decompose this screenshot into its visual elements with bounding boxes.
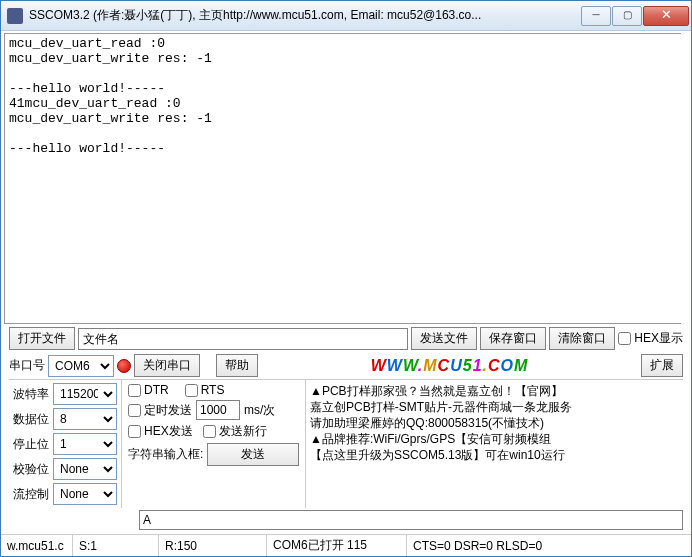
hex-show-checkbox[interactable]: HEX显示 <box>618 330 683 347</box>
info-line-1[interactable]: ▲PCB打样那家强？当然就是嘉立创！【官网】 <box>310 383 679 399</box>
input-label: 字符串输入框: <box>128 446 203 463</box>
serial-params: 波特率 115200 数据位 8 停止位 1 校验位 None 流控制 None <box>9 380 122 508</box>
port-label: 串口号 <box>9 357 45 374</box>
close-port-button[interactable]: 关闭串口 <box>134 354 200 377</box>
stopbits-label: 停止位 <box>13 436 49 453</box>
titlebar[interactable]: SSCOM3.2 (作者:聂小猛(丁丁), 主页http://www.mcu51… <box>1 1 691 31</box>
parity-select[interactable]: None <box>53 458 117 480</box>
flow-select[interactable]: None <box>53 483 117 505</box>
send-newline-checkbox[interactable]: 发送新行 <box>203 423 267 440</box>
timed-send-checkbox[interactable]: 定时发送 <box>128 402 192 419</box>
open-file-button[interactable]: 打开文件 <box>9 327 75 350</box>
dtr-checkbox[interactable]: DTR <box>128 383 169 397</box>
rts-checkbox[interactable]: RTS <box>185 383 225 397</box>
status-url: w.mcu51.c <box>1 535 73 556</box>
send-options: DTR RTS 定时发送 ms/次 HEX发送 发送新行 字符串输入框: 发送 <box>122 380 306 508</box>
databits-label: 数据位 <box>13 411 49 428</box>
baud-label: 波特率 <box>13 386 49 403</box>
maximize-button[interactable]: ▢ <box>612 6 642 26</box>
status-signals: CTS=0 DSR=0 RLSD=0 <box>407 535 691 556</box>
send-input[interactable] <box>139 510 683 530</box>
status-recv: R:150 <box>159 535 267 556</box>
send-row <box>1 508 691 534</box>
window-buttons: ─ ▢ ✕ <box>580 6 689 26</box>
send-file-button[interactable]: 发送文件 <box>411 327 477 350</box>
info-panel: ▲PCB打样那家强？当然就是嘉立创！【官网】 嘉立创PCB打样-SMT贴片-元器… <box>306 380 683 508</box>
app-window: SSCOM3.2 (作者:聂小猛(丁丁), 主页http://www.mcu51… <box>0 0 692 557</box>
baud-select[interactable]: 115200 <box>53 383 117 405</box>
hex-send-checkbox[interactable]: HEX发送 <box>128 423 193 440</box>
website-link[interactable]: WWW.MCU51.COM <box>261 357 638 375</box>
status-port: COM6已打开 115 <box>267 535 407 556</box>
settings-panel: 波特率 115200 数据位 8 停止位 1 校验位 None 流控制 None… <box>9 379 683 508</box>
parity-label: 校验位 <box>13 461 49 478</box>
app-icon <box>7 8 23 24</box>
record-icon[interactable] <box>117 359 131 373</box>
info-line-3[interactable]: 请加助理梁雁婷的QQ:800058315(不懂技术) <box>310 415 679 431</box>
save-window-button[interactable]: 保存窗口 <box>480 327 546 350</box>
window-title: SSCOM3.2 (作者:聂小猛(丁丁), 主页http://www.mcu51… <box>29 7 580 24</box>
port-toolbar: 串口号 COM6 关闭串口 帮助 WWW.MCU51.COM 扩展 <box>1 352 691 379</box>
file-toolbar: 打开文件 文件名 发送文件 保存窗口 清除窗口 HEX显示 <box>1 325 691 352</box>
interval-input[interactable] <box>196 400 240 420</box>
status-sent: S:1 <box>73 535 159 556</box>
info-line-5[interactable]: 【点这里升级为SSCOM5.13版】可在win10运行 <box>310 447 679 463</box>
flow-label: 流控制 <box>13 486 49 503</box>
send-button[interactable]: 发送 <box>207 443 299 466</box>
stopbits-select[interactable]: 1 <box>53 433 117 455</box>
help-button[interactable]: 帮助 <box>216 354 258 377</box>
info-line-2[interactable]: 嘉立创PCB打样-SMT贴片-元器件商城一条龙服务 <box>310 399 679 415</box>
info-line-4[interactable]: ▲品牌推荐:WiFi/Gprs/GPS【安信可射频模组 <box>310 431 679 447</box>
filename-field[interactable]: 文件名 <box>78 328 408 350</box>
close-button[interactable]: ✕ <box>643 6 689 26</box>
expand-button[interactable]: 扩展 <box>641 354 683 377</box>
clear-window-button[interactable]: 清除窗口 <box>549 327 615 350</box>
receive-textarea[interactable]: mcu_dev_uart_read :0 mcu_dev_uart_write … <box>4 33 681 324</box>
interval-unit: ms/次 <box>244 402 275 419</box>
port-select[interactable]: COM6 <box>48 355 114 377</box>
status-bar: w.mcu51.c S:1 R:150 COM6已打开 115 CTS=0 DS… <box>1 534 691 556</box>
databits-select[interactable]: 8 <box>53 408 117 430</box>
minimize-button[interactable]: ─ <box>581 6 611 26</box>
